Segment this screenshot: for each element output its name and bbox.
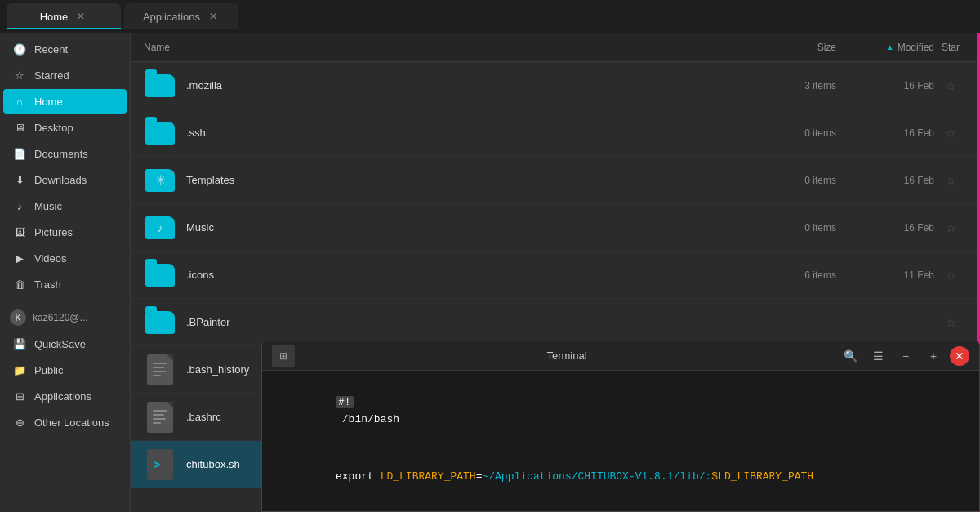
file-star-bpainter[interactable]: ☆ [934, 316, 967, 329]
file-content: Name Size ▲ Modified Star .mozilla 3 ite… [131, 33, 980, 512]
col-modified-label: Modified [898, 42, 934, 53]
sidebar: 🕐 Recent ☆ Starred ⌂ Home 🖥 Desktop 📄 Do… [0, 33, 131, 512]
sidebar-divider [7, 301, 123, 301]
sidebar-item-pictures[interactable]: 🖼 Pictures [3, 220, 127, 244]
file-size-ssh: 0 items [755, 127, 836, 139]
sidebar-item-home[interactable]: ⌂ Home [3, 89, 127, 114]
file-size-templates: 0 items [755, 175, 836, 186]
file-size-icons: 6 items [755, 269, 836, 281]
terminal-line-2: export LD_LIBRARY_PATH=~/Applications/CH… [272, 452, 969, 502]
table-row[interactable]: ✳ Templates 0 items 16 Feb ☆ [131, 157, 980, 204]
table-row[interactable]: ♪ Music 0 items 16 Feb ☆ [131, 204, 980, 252]
file-modified-templates: 16 Feb [836, 175, 934, 186]
sidebar-item-music-label: Music [34, 200, 62, 212]
terminal-title: Terminal [295, 349, 839, 362]
sidebar-item-documents[interactable]: 📄 Documents [3, 141, 127, 166]
tab-home-label: Home [40, 11, 69, 23]
column-header: Name Size ▲ Modified Star [131, 33, 980, 62]
tab-home-close[interactable]: ✕ [74, 10, 87, 23]
sidebar-item-music[interactable]: ♪ Music [3, 194, 127, 218]
tab-applications[interactable]: Applications ✕ [124, 3, 238, 29]
sidebar-item-applications[interactable]: ⊞ Applications [3, 384, 127, 408]
sidebar-item-starred-label: Starred [34, 69, 69, 82]
sidebar-item-home-label: Home [34, 96, 63, 108]
terminal-window: ⊞ Terminal 🔍 ☰ − + ✕ #! /bin/bash export… [261, 341, 980, 512]
file-name-bpainter: .BPainter [186, 316, 755, 328]
term-export-keyword: export [336, 470, 381, 483]
sidebar-item-quicksave[interactable]: 💾 QuickSave [3, 332, 127, 356]
tab-bar: Home ✕ Applications ✕ [0, 0, 980, 33]
file-icon-bashrc [144, 401, 176, 434]
main-area: 🕐 Recent ☆ Starred ⌂ Home 🖥 Desktop 📄 Do… [0, 33, 980, 512]
table-row[interactable]: .ssh 0 items 16 Feb ☆ [131, 109, 980, 157]
file-star-ssh[interactable]: ☆ [934, 127, 967, 140]
trash-icon: 🗑 [13, 278, 26, 291]
terminal-search-button[interactable]: 🔍 [839, 345, 862, 367]
file-name-music: Music [186, 221, 755, 234]
file-modified-mozilla: 16 Feb [836, 80, 934, 91]
sidebar-item-videos[interactable]: ▶ Videos [3, 246, 127, 270]
sidebar-item-public-label: Public [34, 364, 63, 376]
sidebar-item-applications-label: Applications [34, 390, 91, 403]
terminal-menu-button[interactable]: ☰ [866, 345, 889, 367]
drive-icon: 💾 [13, 337, 26, 350]
file-star-mozilla[interactable]: ☆ [934, 79, 967, 92]
documents-icon: 📄 [13, 147, 26, 160]
term-var-ref: $LD_LIBRARY_PATH [711, 470, 813, 483]
sidebar-item-quicksave-label: QuickSave [34, 338, 86, 350]
sidebar-item-videos-label: Videos [34, 252, 67, 265]
tab-applications-close[interactable]: ✕ [207, 10, 220, 23]
term-hash: #! [336, 396, 354, 408]
folder-icon-music: ♪ [144, 211, 176, 244]
terminal-add-tab-button[interactable]: ⊞ [272, 345, 295, 367]
tab-home[interactable]: Home ✕ [7, 3, 121, 29]
videos-icon: ▶ [13, 252, 26, 265]
sidebar-item-downloads[interactable]: ⬇ Downloads [3, 167, 127, 192]
file-star-icons[interactable]: ☆ [934, 269, 967, 282]
sidebar-item-pictures-label: Pictures [34, 226, 73, 238]
col-star-header: Star [934, 42, 967, 53]
folder-icon-bpainter [144, 306, 176, 339]
sidebar-item-other-locations[interactable]: ⊕ Other Locations [3, 410, 127, 434]
folder-icon-templates: ✳ [144, 164, 176, 197]
tab-applications-label: Applications [143, 11, 200, 23]
sidebar-item-user[interactable]: K kaz6120@... [0, 305, 130, 331]
sidebar-item-desktop[interactable]: 🖥 Desktop [3, 115, 127, 140]
sidebar-item-public[interactable]: 📁 Public [3, 358, 127, 382]
file-star-templates[interactable]: ☆ [934, 174, 967, 187]
terminal-minimize-button[interactable]: − [894, 345, 917, 367]
table-row[interactable]: .BPainter ☆ [131, 299, 980, 346]
term-var-value: ~/Applications/CHITUBOX-V1.8.1/lib/: [482, 470, 711, 483]
file-star-music[interactable]: ☆ [934, 221, 967, 234]
table-row[interactable]: .mozilla 3 items 16 Feb ☆ [131, 62, 980, 109]
col-size-header[interactable]: Size [755, 42, 836, 53]
sidebar-item-desktop-label: Desktop [34, 122, 74, 134]
terminal-controls: 🔍 ☰ − + ✕ [839, 345, 969, 367]
sidebar-item-starred[interactable]: ☆ Starred [3, 63, 127, 87]
terminal-maximize-button[interactable]: + [922, 345, 945, 367]
sidebar-item-recent-label: Recent [34, 43, 68, 56]
file-size-mozilla: 3 items [755, 80, 836, 91]
file-name-ssh: .ssh [186, 127, 755, 139]
table-row[interactable]: .icons 6 items 11 Feb ☆ [131, 252, 980, 299]
sidebar-item-trash-label: Trash [34, 278, 61, 291]
sidebar-item-recent[interactable]: 🕐 Recent [3, 37, 127, 61]
col-name-header[interactable]: Name [144, 42, 755, 53]
user-avatar: K [10, 309, 26, 326]
star-icon: ☆ [13, 69, 26, 82]
sidebar-item-trash[interactable]: 🗑 Trash [3, 272, 127, 296]
public-icon: 📁 [13, 363, 26, 376]
terminal-close-button[interactable]: ✕ [950, 346, 969, 366]
col-name-label: Name [144, 42, 170, 53]
file-modified-music: 16 Feb [836, 222, 934, 234]
terminal-body[interactable]: #! /bin/bash export LD_LIBRARY_PATH=~/Ap… [262, 371, 979, 511]
music-icon: ♪ [13, 199, 26, 212]
apps-icon: ⊞ [13, 390, 26, 403]
home-icon: ⌂ [13, 95, 26, 108]
file-icon-chitubox: >_ [144, 448, 176, 481]
terminal-titlebar: ⊞ Terminal 🔍 ☰ − + ✕ [262, 341, 979, 371]
file-name-mozilla: .mozilla [186, 79, 755, 91]
col-modified-header[interactable]: ▲ Modified [836, 42, 934, 53]
file-size-music: 0 items [755, 222, 836, 234]
sort-arrow-icon: ▲ [886, 42, 894, 51]
